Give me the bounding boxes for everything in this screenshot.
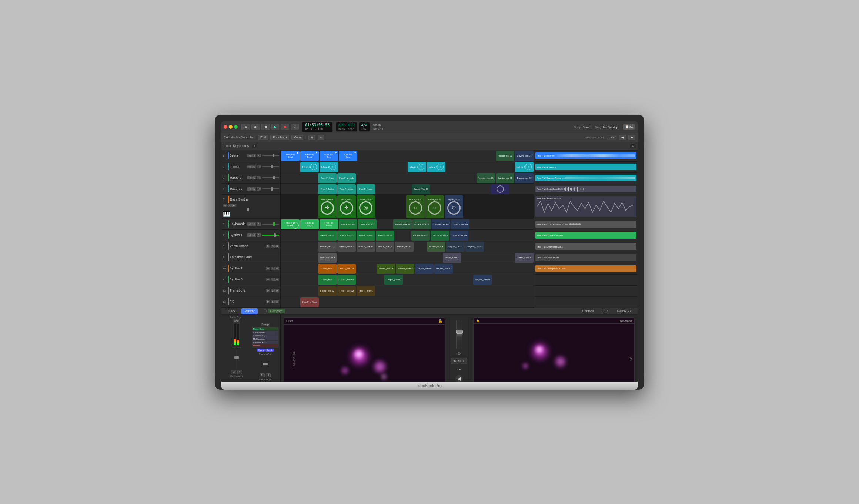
clip-6-2[interactable]: Free FallPiano — [300, 219, 319, 229]
repeater-pad-content[interactable]: MIX — [474, 324, 634, 382]
clip-13-riser[interactable]: Free F_e Riser — [300, 297, 319, 307]
clip-11-1[interactable]: Free_wells — [318, 275, 337, 285]
plugin-multipressor[interactable]: Multipressor — [253, 337, 278, 340]
clip-5-daydre2[interactable]: Daydre_ass 01 ⊙ — [445, 195, 463, 218]
loop-button[interactable]: ↺ — [291, 124, 299, 130]
s-btn-ch1[interactable]: S — [237, 370, 242, 374]
clip-11-daydre[interactable]: Daydre_e Beat — [473, 275, 492, 285]
clip-7-daydre[interactable]: Daydre_ook 04 — [450, 231, 468, 241]
tab-track[interactable]: Track — [224, 308, 238, 314]
clip-8-vox4[interactable]: Free F_Vox 02 — [376, 242, 394, 252]
quantize-value[interactable]: 1 Bar — [607, 135, 617, 140]
record-button[interactable]: ⏺ — [281, 124, 289, 130]
clip-5-3[interactable]: Free F_ass 02 ◎ — [357, 195, 375, 218]
tab-remix-fx[interactable]: Remix FX — [614, 308, 635, 314]
clip-7-4[interactable]: Free F_rns 02 — [376, 231, 394, 241]
clip-10-daydre[interactable]: Daydre_ads 03 — [415, 264, 434, 274]
clip-10-daydre2[interactable]: Daydre_ads 02 — [434, 264, 453, 274]
clip-3-2[interactable]: Free F_ymbals — [337, 173, 356, 183]
clip-7-arcade[interactable]: Arcade_ook 00 — [411, 231, 430, 241]
clip-right-9[interactable]: Free Fall Chord Swells — [535, 254, 636, 261]
m-btn-ch2[interactable]: M — [260, 373, 265, 377]
mixer-ch-1-main[interactable]: Main — [233, 319, 240, 323]
filter-pad-content[interactable]: RESONANCE — [284, 325, 445, 382]
clip-right-10[interactable]: Free Fall Atmosphere 02 ∞∞ — [535, 265, 636, 272]
mute-11[interactable]: M — [266, 278, 270, 281]
clip-9-anthe-5[interactable]: Anthe_Lead 5 — [515, 253, 534, 263]
settings-button[interactable]: ⚙ — [630, 144, 636, 148]
record-11[interactable]: R — [275, 278, 279, 281]
back-button[interactable]: ◀ — [455, 375, 463, 382]
clip-4-3[interactable]: Free F_Noise — [357, 184, 375, 194]
clip-6-3[interactable]: Free FallPiano — [320, 219, 338, 229]
mute-12[interactable]: M — [266, 289, 270, 292]
clip-12-3[interactable]: Free F_ere 01 — [357, 286, 375, 296]
solo-3[interactable]: S — [252, 176, 256, 179]
clip-8-vox2[interactable]: Free F_Vox 01 — [337, 242, 356, 252]
mute-3[interactable]: M — [247, 176, 252, 179]
clip-right-7[interactable]: Free Fall Chop Vox 01 ∞∞ — [535, 232, 636, 239]
clip-right-3[interactable]: Free Fall Reverse Noise ∞∞ — [535, 175, 636, 181]
forward-button[interactable]: ⏭ — [251, 124, 260, 130]
clip-2-3[interactable]: Infinity 3 ○ — [408, 162, 426, 172]
clip-11-2[interactable]: Free F_Plucks — [337, 275, 356, 285]
record-8[interactable]: R — [275, 245, 279, 248]
clip-8-vox5[interactable]: Free F_Vox 02 — [395, 242, 414, 252]
record-2[interactable]: R — [257, 165, 261, 168]
clip-10-2[interactable]: Free F_one File — [337, 264, 356, 274]
clip-6-arcade2[interactable]: Arcade_ook 04 — [412, 219, 431, 229]
clip-9-anthemic[interactable]: Anthemic Lead — [318, 253, 337, 263]
filter-lock-icon[interactable]: 🔒 — [438, 319, 442, 323]
record-4[interactable]: R — [257, 187, 261, 191]
tab-eq[interactable]: EQ — [600, 308, 611, 314]
solo-2[interactable]: S — [252, 165, 256, 168]
clip-4-back[interactable]: Backw_Vox 01 — [412, 184, 430, 194]
fader-7[interactable] — [262, 235, 279, 236]
solo-6[interactable]: S — [252, 222, 256, 226]
solo-7[interactable]: S — [252, 233, 256, 237]
clip-6-5[interactable]: Free F_th Arp — [358, 219, 377, 229]
fader-3[interactable] — [262, 177, 279, 178]
clip-4-2[interactable]: Free F_Noise — [337, 184, 356, 194]
solo-1[interactable]: S — [252, 154, 256, 157]
plugin-channel-eq2[interactable]: Channel EQ — [253, 341, 278, 344]
clip-2-5[interactable]: Infinity 5 ○ — [515, 162, 534, 172]
fader-channel-1[interactable] — [236, 350, 237, 369]
mute-10[interactable]: M — [266, 267, 270, 270]
clip-12-1[interactable]: Free F_ere 02 — [318, 286, 337, 296]
clip-10-arcade[interactable]: Arcade_ook 08 — [377, 264, 395, 274]
clip-4-daydre[interactable] — [491, 184, 509, 194]
clip-8-daydre[interactable]: Daydre_cal 03 — [446, 242, 465, 252]
maximize-btn[interactable] — [234, 125, 238, 129]
mute-13[interactable]: M — [266, 300, 270, 303]
clip-6-daydre2[interactable]: Daydre_ook 04 — [451, 219, 469, 229]
clip-12-2[interactable]: Free F_ere 02 — [337, 286, 356, 296]
quantize-next[interactable]: ▶ — [628, 135, 635, 140]
clip-5-daydre1[interactable]: Daydre_ass 02 ○ — [425, 195, 444, 218]
compare-button[interactable]: Compare — [268, 309, 285, 313]
plugin-channel-eq[interactable]: Channel EQ — [253, 334, 278, 337]
clip-7-1[interactable]: Free F_rns 02 — [318, 231, 337, 241]
clip-6-1[interactable]: Free FallPiano — [281, 219, 300, 229]
solo-10[interactable]: S — [271, 267, 275, 270]
clip-2-2[interactable]: Infinity 2 ○ — [320, 162, 338, 172]
record-3[interactable]: R — [257, 176, 261, 179]
mute-6[interactable]: M — [247, 222, 252, 226]
quantize-prev[interactable]: ◀ — [619, 135, 626, 140]
clip-10-arcade2[interactable]: Arcade_ook 02 — [396, 264, 414, 274]
center-fader[interactable] — [456, 320, 462, 349]
clip-right-5[interactable]: Free Fall Synth Lead ∞∞ — [535, 196, 636, 217]
clip-3-1[interactable]: Free F_Hats — [318, 173, 337, 183]
clip-1-1[interactable]: Free FallBeat ✦ — [281, 151, 300, 161]
bus-2-btn[interactable]: Bus 2 — [265, 349, 273, 352]
clip-1-2[interactable]: Free FallBeat ✦ — [300, 151, 319, 161]
record-5[interactable]: R — [232, 204, 236, 207]
clip-8-arcade[interactable]: Arcade_ar Vox — [427, 242, 445, 252]
clip-7-daydre-hook[interactable]: Daydre_re Hook — [431, 231, 449, 241]
add-track-button[interactable]: + — [252, 144, 257, 148]
mute-7[interactable]: M — [247, 233, 252, 237]
clip-11-loopin[interactable]: Loopin_per 01 — [384, 275, 403, 285]
functions-button[interactable]: Functions — [270, 135, 289, 140]
clip-right-8[interactable]: Free Fall Synth Bass 03 △ — [535, 243, 636, 250]
solo-13[interactable]: S — [271, 300, 275, 303]
